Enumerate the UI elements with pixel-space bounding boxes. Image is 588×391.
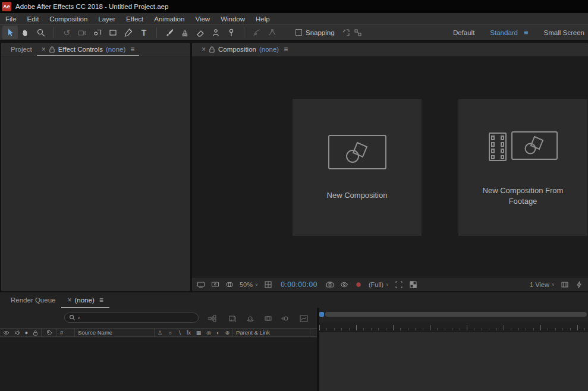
adjustment-switch-icon[interactable]: ◐ [216,330,219,336]
tab-project[interactable]: Project [6,43,37,56]
composition-tab-label: Composition [218,46,256,53]
tab-effect-controls[interactable]: × Effect Controls (none) ≡ [37,43,140,56]
close-tab-icon[interactable]: × [42,45,46,53]
roto-brush-tool[interactable] [208,26,224,39]
show-snapshot-icon[interactable] [340,280,348,289]
render-queue-tab-label: Render Queue [11,297,55,304]
snap-expand-icon[interactable] [342,29,350,37]
time-navigator-start-handle[interactable] [319,312,324,317]
magnification-dropdown[interactable]: 50% ∨ [240,281,258,288]
main-viewer-icon[interactable] [211,280,219,289]
toolbar-separator [54,27,54,38]
new-composition-button[interactable]: New Composition [293,99,422,236]
label-column[interactable] [42,329,57,336]
collapse-switch-icon[interactable]: ☼ [168,330,172,336]
timeline-tab-label: (none) [74,297,94,304]
timeline-search-input[interactable]: ∨ [64,313,199,323]
grid-guides-icon[interactable] [264,280,272,289]
mask-feather-tool[interactable] [249,26,265,39]
view-layout-dropdown[interactable]: 1 View ∨ [530,281,555,288]
timeline-panel: Render Queue × (none) ≡ ∨ [0,292,588,391]
pan-behind-tool[interactable] [90,26,105,39]
tab-composition[interactable]: × Composition (none) ≡ [197,43,293,56]
time-ruler[interactable] [319,322,588,332]
workspace-default[interactable]: Default [453,29,474,36]
fast-previews-icon[interactable] [575,280,583,289]
snap-options-icon[interactable] [354,29,362,37]
exposure-icon[interactable] [354,280,363,289]
effects-switch-icon[interactable]: fx [187,330,191,336]
close-tab-icon[interactable]: × [67,296,71,304]
time-navigator-bar[interactable] [325,312,587,317]
menu-animation[interactable]: Animation [149,13,190,24]
menu-window[interactable]: Window [215,13,250,24]
layer-list-area[interactable] [0,338,317,391]
source-name-column[interactable]: Source Name [75,329,155,336]
type-tool[interactable]: T [136,26,152,39]
motion-blur-switch-icon[interactable]: ◎ [206,330,211,336]
layer-number-column[interactable]: # [57,329,75,336]
menu-effect[interactable]: Effect [121,13,149,24]
track-area[interactable] [319,332,588,391]
lock-icon[interactable] [33,330,38,336]
close-tab-icon[interactable]: × [202,45,206,53]
panel-menu-icon[interactable]: ≡ [284,45,288,53]
rotation-tool[interactable]: ↺ [59,26,74,39]
hand-tool[interactable] [18,26,33,39]
menu-composition[interactable]: Composition [44,13,93,24]
frame-blend-switch-icon[interactable]: ▦ [196,330,202,336]
menu-edit[interactable]: Edit [22,13,45,24]
clone-stamp-tool[interactable] [177,26,193,39]
shy-switch-icon[interactable]: ♙ [158,330,162,336]
workspace-small-screen[interactable]: Small Screen [544,29,584,36]
selection-tool[interactable] [2,26,18,39]
channel-settings-icon[interactable] [225,280,234,289]
puppet-pin-tool[interactable] [224,26,239,39]
frame-blending-icon[interactable] [263,314,273,323]
effect-controls-target: (none) [106,46,125,53]
audio-speaker-icon[interactable] [14,330,20,336]
menu-layer[interactable]: Layer [93,13,121,24]
solo-icon[interactable]: ● [25,329,29,336]
menu-help[interactable]: Help [250,13,275,24]
region-of-interest-icon[interactable] [395,280,403,289]
quality-switch-icon[interactable]: ∖ [178,330,181,336]
panel-menu-icon[interactable]: ≡ [130,45,134,53]
eraser-tool[interactable] [193,26,208,39]
new-composition-from-footage-button[interactable]: New Composition From Footage [458,99,587,236]
new-composition-from-footage-icon [488,128,558,165]
resolution-dropdown[interactable]: (Full) ∨ [369,281,389,288]
brush-tool[interactable] [162,26,177,39]
snapshot-camera-icon[interactable] [326,280,334,289]
panel-menu-icon[interactable]: ≡ [99,296,103,304]
tab-timeline-none[interactable]: × (none) ≡ [61,292,109,308]
camera-tool[interactable] [74,26,90,39]
graph-editor-icon[interactable] [298,314,309,323]
pixel-aspect-icon[interactable] [561,280,569,289]
current-timecode[interactable]: 0:00:00:00 [281,280,317,289]
shape-tool[interactable] [105,26,121,39]
workspace-standard[interactable]: Standard [490,29,518,36]
draft-3d-icon[interactable] [227,314,238,323]
brush-icon [165,28,174,37]
menu-view[interactable]: View [190,13,215,24]
zoom-tool[interactable] [33,26,49,39]
always-preview-icon[interactable] [197,280,205,289]
vertex-tool[interactable] [265,26,280,39]
video-eye-icon[interactable] [3,330,10,336]
snapping-checkbox[interactable] [295,29,302,36]
caret-down-icon: ∨ [255,282,258,287]
ruler-major-ticks [319,325,588,330]
tab-render-queue[interactable]: Render Queue [5,292,61,308]
menu-file[interactable]: File [0,13,22,24]
motion-blur-icon[interactable] [279,314,290,323]
parent-link-column[interactable]: Parent & Link [233,329,310,336]
workspace-menu-icon[interactable]: ≡ [524,28,529,37]
threed-switch-icon[interactable]: ⊕ [225,330,229,336]
vertex-icon [268,28,277,37]
transparency-grid-icon[interactable] [409,280,417,289]
comp-mini-flowchart-icon[interactable] [207,314,218,323]
effect-controls-body [1,57,190,291]
pen-tool[interactable] [121,26,136,39]
hide-shy-layers-icon[interactable] [245,314,256,323]
